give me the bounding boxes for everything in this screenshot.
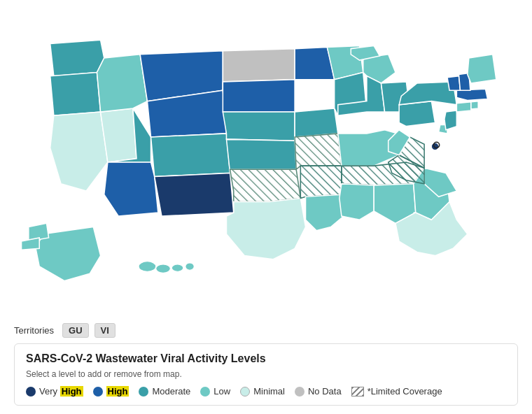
legend-high[interactable]: High [93, 386, 130, 397]
territory-vi[interactable]: VI [94, 323, 115, 338]
svg-point-58 [172, 264, 183, 271]
low-dot [200, 387, 210, 397]
us-map[interactable] [7, 7, 525, 317]
legend-very-high[interactable]: Very High [26, 386, 83, 397]
limited-coverage-label: *Limited Coverage [368, 386, 442, 397]
svg-marker-33 [340, 184, 374, 220]
svg-marker-23 [300, 166, 342, 198]
minimal-dot [240, 387, 250, 397]
svg-marker-48 [471, 101, 478, 109]
svg-marker-18 [230, 169, 301, 201]
svg-marker-46 [444, 110, 456, 130]
very-high-label: Very High [39, 386, 83, 397]
legend-subtitle: Select a level to add or remove from map… [26, 369, 506, 379]
svg-marker-7 [97, 55, 147, 112]
svg-marker-15 [223, 80, 295, 112]
legend-no-data[interactable]: No Data [295, 386, 342, 397]
legend-title: SARS-CoV-2 Wastewater Viral Activity Lev… [26, 352, 506, 365]
svg-point-59 [186, 263, 194, 270]
legend-card: SARS-CoV-2 Wastewater Viral Activity Lev… [14, 343, 518, 406]
moderate-label: Moderate [152, 386, 190, 397]
minimal-label: Minimal [253, 386, 285, 397]
no-data-dot [295, 387, 304, 397]
high-highlight: High [106, 386, 130, 397]
territory-gu[interactable]: GU [62, 323, 89, 338]
svg-marker-52 [468, 55, 496, 83]
svg-marker-4 [50, 73, 101, 116]
no-data-label: No Data [308, 386, 342, 397]
svg-marker-13 [155, 173, 234, 216]
legend-moderate[interactable]: Moderate [139, 386, 190, 397]
svg-marker-11 [151, 134, 230, 177]
svg-marker-3 [50, 40, 104, 76]
territories-label: Territories [14, 325, 54, 336]
moderate-dot [139, 387, 148, 397]
legend-limited-coverage[interactable]: *Limited Coverage [351, 386, 442, 397]
low-label: Low [214, 386, 230, 397]
very-high-highlight: High [60, 386, 83, 397]
svg-marker-50 [447, 76, 461, 91]
svg-point-56 [139, 262, 156, 271]
map-area [0, 0, 532, 317]
territories-bar: Territories GU VI [0, 317, 532, 343]
svg-marker-22 [295, 134, 342, 169]
legend-minimal[interactable]: Minimal [240, 386, 285, 397]
high-dot [93, 387, 103, 397]
svg-marker-17 [226, 139, 296, 173]
very-high-dot [26, 387, 36, 397]
svg-marker-47 [456, 102, 471, 112]
svg-marker-41 [399, 101, 435, 127]
high-label: High [106, 386, 130, 397]
limited-coverage-hatch [351, 387, 364, 397]
svg-point-57 [156, 264, 171, 273]
main-container: Territories GU VI SARS-CoV-2 Wastewater … [0, 0, 532, 414]
legend-items: Very High High Moderate Low Minimal No D [26, 386, 506, 397]
svg-point-43 [431, 143, 438, 150]
legend-low[interactable]: Low [200, 386, 230, 397]
svg-marker-16 [223, 112, 295, 141]
